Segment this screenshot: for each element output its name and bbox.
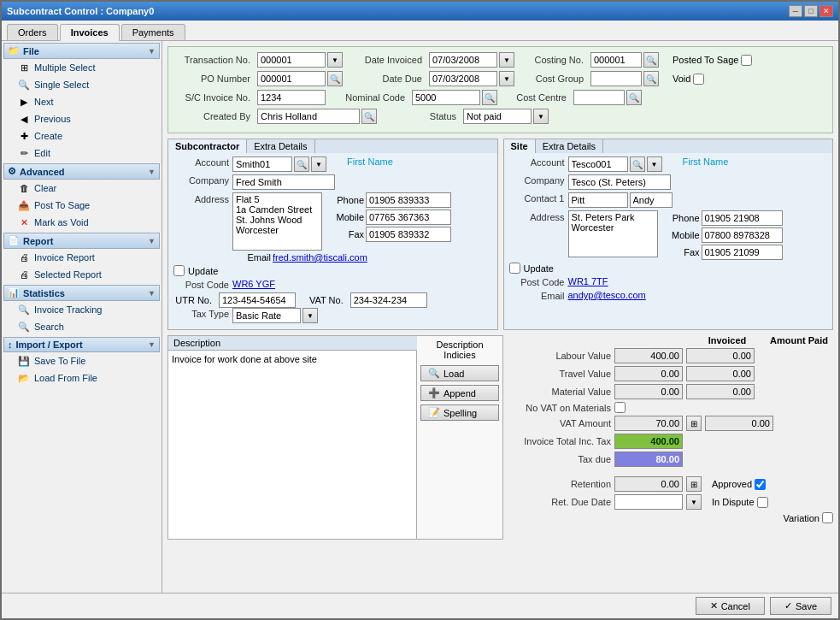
costing-no-input[interactable]: [590, 52, 642, 68]
date-invoiced-dropdown[interactable]: ▼: [499, 52, 514, 68]
site-contact1-firstname[interactable]: [630, 192, 673, 208]
sidebar-item-create[interactable]: ✚ Create: [3, 127, 160, 145]
sub-taxtype-dropdown[interactable]: ▼: [303, 308, 318, 323]
site-email-link[interactable]: andyp@tesco.com: [568, 290, 646, 300]
sidebar-item-invoice-report[interactable]: 🖨 Invoice Report: [3, 249, 160, 266]
created-by-search[interactable]: 🔍: [361, 109, 377, 124]
site-account-input[interactable]: [568, 156, 628, 172]
sidebar-item-multiple-select[interactable]: ⊞ Multiple Select: [3, 59, 160, 76]
append-button[interactable]: ➕ Append: [420, 385, 499, 401]
cost-group-search[interactable]: 🔍: [643, 71, 659, 86]
in-dispute-checkbox[interactable]: [757, 497, 768, 508]
variation-checkbox[interactable]: [822, 512, 833, 523]
tab-orders[interactable]: Orders: [7, 24, 58, 40]
site-account-search[interactable]: 🔍: [630, 156, 645, 172]
labour-invoiced[interactable]: [614, 348, 683, 363]
cost-group-input[interactable]: [590, 71, 642, 86]
transaction-no-dropdown[interactable]: ▼: [327, 52, 343, 68]
load-button[interactable]: 🔍 Load: [420, 365, 499, 381]
ret-due-date-dropdown[interactable]: ▼: [686, 494, 702, 510]
close-button[interactable]: ✕: [819, 5, 833, 17]
sub-mobile-input[interactable]: [366, 210, 451, 225]
sidebar-header-import-export[interactable]: ↕ Import / Export ▼: [3, 337, 160, 352]
status-input[interactable]: [463, 109, 532, 124]
sub-vat-input[interactable]: [350, 292, 427, 308]
spelling-button[interactable]: 📝 Spelling: [420, 404, 499, 421]
travel-paid[interactable]: [686, 366, 755, 381]
site-postcode-link[interactable]: WR1 7TF: [568, 276, 608, 286]
site-fax-input[interactable]: [702, 245, 783, 260]
tab-subcontractor[interactable]: Subcontractor: [168, 139, 247, 153]
material-invoiced[interactable]: [614, 384, 683, 399]
date-due-dropdown[interactable]: ▼: [499, 71, 514, 86]
material-paid[interactable]: [686, 384, 755, 399]
tab-site[interactable]: Site: [504, 139, 536, 153]
sub-update-checkbox[interactable]: [173, 265, 185, 276]
sub-account-search[interactable]: 🔍: [294, 156, 309, 172]
cost-centre-input[interactable]: [573, 90, 625, 105]
sub-company-input[interactable]: [232, 174, 335, 190]
sidebar-header-report[interactable]: 📄 Report ▼: [3, 233, 160, 249]
sidebar-item-post-to-sage[interactable]: 📤 Post To Sage: [3, 197, 160, 214]
sidebar-item-save-to-file[interactable]: 💾 Save To File: [3, 352, 160, 369]
transaction-no-input[interactable]: [257, 52, 326, 68]
maximize-button[interactable]: □: [804, 5, 818, 17]
travel-invoiced[interactable]: [614, 366, 683, 381]
status-dropdown[interactable]: ▼: [533, 109, 549, 124]
nominal-code-input[interactable]: [412, 90, 480, 105]
cancel-button[interactable]: ✕ Cancel: [696, 597, 765, 615]
site-account-dropdown[interactable]: ▼: [647, 156, 662, 172]
site-mobile-input[interactable]: [702, 227, 783, 243]
sidebar-item-invoice-tracking[interactable]: 🔍 Invoice Tracking: [3, 301, 160, 318]
vat-paid[interactable]: [705, 416, 773, 431]
sidebar-item-next[interactable]: ▶ Next: [3, 93, 160, 110]
sidebar-header-statistics[interactable]: 📊 Statistics ▼: [3, 285, 160, 301]
sidebar-item-clear[interactable]: 🗑 Clear: [3, 180, 160, 197]
vat-invoiced[interactable]: [614, 416, 683, 431]
ret-due-date-input[interactable]: [614, 494, 683, 510]
labour-paid[interactable]: [686, 348, 755, 363]
invoice-total-value[interactable]: [614, 434, 683, 449]
no-vat-checkbox[interactable]: [614, 402, 626, 413]
minimize-button[interactable]: ─: [789, 5, 802, 17]
sidebar-item-previous[interactable]: ◀ Previous: [3, 110, 160, 127]
sub-phone-input[interactable]: [366, 192, 451, 208]
site-update-checkbox[interactable]: [509, 263, 520, 274]
sidebar-item-selected-report[interactable]: 🖨 Selected Report: [3, 266, 160, 283]
sidebar-item-mark-as-void[interactable]: ✕ Mark as Void: [3, 214, 160, 231]
tab-subcontractor-extra[interactable]: Extra Details: [247, 139, 314, 153]
po-number-search[interactable]: 🔍: [327, 71, 343, 86]
nominal-code-search[interactable]: 🔍: [482, 90, 497, 105]
approved-checkbox[interactable]: [755, 479, 766, 490]
date-due-input[interactable]: [429, 71, 497, 86]
cost-centre-search[interactable]: 🔍: [626, 90, 642, 105]
tax-due-value[interactable]: [614, 452, 683, 467]
save-button[interactable]: ✓ Save: [770, 597, 831, 615]
sub-address-input[interactable]: Flat 5 1a Camden Street St. Johns Wood W…: [232, 192, 322, 251]
sidebar-header-file[interactable]: 📁 File ▼: [3, 43, 160, 59]
retention-value[interactable]: [614, 476, 683, 492]
sub-taxtype-input[interactable]: [232, 308, 301, 323]
site-contact1-surname[interactable]: [568, 192, 628, 208]
sub-account-dropdown[interactable]: ▼: [311, 156, 326, 172]
sidebar-item-load-from-file[interactable]: 📂 Load From File: [3, 369, 160, 387]
date-invoiced-input[interactable]: [429, 52, 497, 68]
sidebar-header-advanced[interactable]: ⚙ Advanced ▼: [3, 163, 160, 180]
tab-payments[interactable]: Payments: [121, 24, 185, 40]
sidebar-item-edit[interactable]: ✏ Edit: [3, 145, 160, 162]
sub-email-link[interactable]: fred.smith@tiscali.com: [273, 252, 367, 263]
tab-invoices[interactable]: Invoices: [60, 24, 120, 41]
retention-calc-btn[interactable]: ⊞: [686, 476, 702, 492]
site-company-input[interactable]: [568, 174, 671, 190]
tab-site-extra[interactable]: Extra Details: [536, 139, 603, 153]
posted-to-sage-checkbox[interactable]: [741, 55, 752, 66]
description-textarea[interactable]: Invoice for work done at above site: [168, 351, 417, 539]
site-address-input[interactable]: St. Peters Park Worcester: [568, 210, 658, 257]
void-checkbox[interactable]: [693, 74, 704, 85]
sub-account-input[interactable]: [232, 156, 292, 172]
sub-fax-input[interactable]: [366, 227, 451, 242]
sidebar-item-single-select[interactable]: 🔍 Single Select: [3, 76, 160, 93]
sub-postcode-link[interactable]: WR6 YGF: [232, 279, 275, 289]
sidebar-item-search[interactable]: 🔍 Search: [3, 318, 160, 335]
created-by-input[interactable]: [257, 109, 360, 124]
